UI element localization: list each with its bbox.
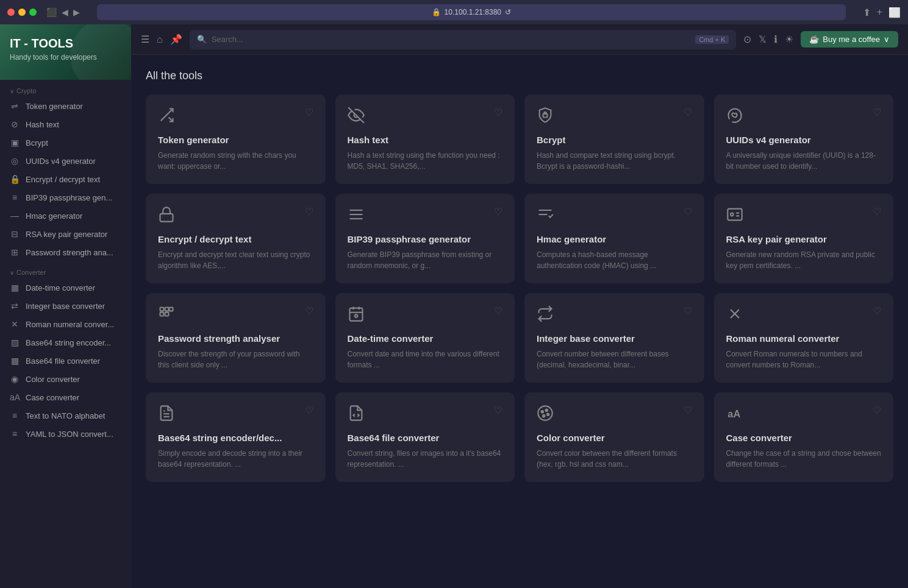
shuffle-icon: ⇌ xyxy=(10,101,20,111)
close-button[interactable] xyxy=(7,9,15,16)
favorite-icon[interactable]: ♡ xyxy=(494,405,502,416)
sidebar-item-date-time[interactable]: ▦ Date-time converter xyxy=(0,278,131,297)
svg-rect-13 xyxy=(170,308,173,311)
tool-title: Base64 file converter xyxy=(348,433,503,443)
sidebar-item-integer-base[interactable]: ⇄ Integer base converter xyxy=(0,297,131,315)
tool-card-header: ♡ xyxy=(726,305,882,326)
favorite-icon[interactable]: ♡ xyxy=(305,107,313,118)
sidebar-item-color-converter[interactable]: ◉ Color converter xyxy=(0,370,131,388)
tool-card-rsa-key[interactable]: ♡ RSA key pair generator Generate new ra… xyxy=(714,194,894,283)
back-icon[interactable]: ◀ xyxy=(62,7,68,17)
share-icon[interactable]: ⬆ xyxy=(863,7,871,18)
menu-icon[interactable]: ☰ xyxy=(141,34,149,45)
svg-rect-11 xyxy=(160,308,164,311)
tool-card-roman-numeral[interactable]: ♡ Roman numeral converter Convert Roman … xyxy=(714,293,894,383)
search-kbd: Cmd + K xyxy=(695,35,729,44)
favorite-icon[interactable]: ♡ xyxy=(873,405,881,416)
windows-icon[interactable]: ⬜ xyxy=(888,7,901,18)
tool-card-uuids-v4[interactable]: ♡ UUIDs v4 generator A universally uniqu… xyxy=(714,94,894,184)
case-icon: aA xyxy=(10,392,20,402)
github-icon[interactable]: ⊙ xyxy=(743,34,751,45)
twitter-icon[interactable]: 𝕏 xyxy=(759,34,767,45)
tool-card-encrypt-decrypt[interactable]: ♡ Encrypt / decrypt text Encrypt and dec… xyxy=(146,194,326,283)
tool-card-password-strength[interactable]: ♡ Password strength analyser Discover th… xyxy=(146,293,326,383)
favorite-icon[interactable]: ♡ xyxy=(305,405,313,416)
sidebar-item-rsa-key[interactable]: ⊟ RSA key pair generator xyxy=(0,225,131,243)
sidebar-item-bcrypt[interactable]: ▣ Bcrypt xyxy=(0,133,131,152)
minimize-button[interactable] xyxy=(18,9,26,16)
tool-card-header: ♡ xyxy=(537,206,692,227)
theme-icon[interactable]: ☀ xyxy=(785,34,793,45)
tool-card-header: ♡ xyxy=(348,405,503,425)
sidebar-item-bip39[interactable]: ≡ BIP39 passphrase gen... xyxy=(0,188,131,207)
url-bar[interactable]: 🔒 10.100.1.21:8380 ↺ xyxy=(97,4,846,20)
favorite-icon[interactable]: ♡ xyxy=(684,206,692,218)
maximize-button[interactable] xyxy=(29,9,37,16)
password-strength-icon xyxy=(158,305,175,326)
svg-point-27 xyxy=(546,409,548,412)
tool-title: BIP39 passphrase generator xyxy=(348,234,503,244)
arrows-lr-icon xyxy=(537,305,554,326)
content: ☰ ⌂ 📌 🔍 Cmd + K ⊙ 𝕏 ℹ ☀ ☕ Buy me a coffe… xyxy=(131,24,908,588)
eye-slash-icon xyxy=(348,107,365,127)
favorite-icon[interactable]: ♡ xyxy=(873,305,881,317)
favorite-icon[interactable]: ♡ xyxy=(494,206,502,218)
tool-card-date-time[interactable]: ♡ Date-time converter Convert date and t… xyxy=(335,293,515,383)
favorite-icon[interactable]: ♡ xyxy=(873,206,881,218)
forward-icon[interactable]: ▶ xyxy=(73,7,80,17)
section-label-converter[interactable]: Converter xyxy=(0,261,131,278)
sidebar-item-yaml-json[interactable]: ≡ YAML to JSON convert... xyxy=(0,425,131,443)
sidebar-item-label: RSA key pair generator xyxy=(26,230,107,239)
file-text-icon: ▨ xyxy=(10,338,20,347)
lock-icon: 🔒 xyxy=(10,174,20,184)
info-icon[interactable]: ℹ xyxy=(774,34,778,45)
sidebar-item-token-generator[interactable]: ⇌ Token generator xyxy=(0,97,131,115)
sidebar-item-case-converter[interactable]: aA Case converter xyxy=(0,388,131,406)
search-input[interactable] xyxy=(212,35,691,44)
fingerprint-icon xyxy=(726,107,743,127)
sidebar-item-base64-string[interactable]: ▨ Base64 string encoder... xyxy=(0,333,131,352)
favorite-icon[interactable]: ♡ xyxy=(873,107,881,118)
favorite-icon[interactable]: ♡ xyxy=(684,405,692,416)
home-icon[interactable]: ⌂ xyxy=(157,34,163,45)
buy-coffee-button[interactable]: ☕ Buy me a coffee ∨ xyxy=(801,31,898,48)
tool-desc: Convert string, files or images into a i… xyxy=(348,448,503,470)
shield-icon: ▣ xyxy=(10,138,20,147)
favorite-icon[interactable]: ♡ xyxy=(494,107,502,118)
tool-card-bcrypt[interactable]: ♡ Bcrypt Hash and compare text string us… xyxy=(524,94,704,184)
tool-card-hmac[interactable]: ♡ Hmac generator Computes a hash-based m… xyxy=(524,194,704,283)
tool-card-base64-string[interactable]: ♡ Base64 string encoder/dec... Simply en… xyxy=(146,392,326,482)
pin-icon[interactable]: 📌 xyxy=(170,34,182,45)
sidebar-item-label: Password strength ana... xyxy=(26,248,113,257)
tool-title: Roman numeral converter xyxy=(726,333,882,344)
sidebar-item-roman-numeral[interactable]: ✕ Roman numeral conver... xyxy=(0,315,131,333)
sidebar-item-uuids-v4[interactable]: ◎ UUIDs v4 generator xyxy=(0,152,131,170)
tool-card-base64-file[interactable]: ♡ Base64 file converter Convert string, … xyxy=(335,392,515,482)
sidebar-item-hash-text[interactable]: ⊘ Hash text xyxy=(0,115,131,133)
sidebar-item-hmac[interactable]: — Hmac generator xyxy=(0,207,131,225)
tool-card-hash-text[interactable]: ♡ Hash text Hash a text string using the… xyxy=(335,94,515,184)
favorite-icon[interactable]: ♡ xyxy=(494,305,502,317)
section-label-crypto[interactable]: Crypto xyxy=(0,80,131,97)
favorite-icon[interactable]: ♡ xyxy=(305,305,313,317)
sidebar-item-base64-file[interactable]: ▩ Base64 file converter xyxy=(0,352,131,370)
search-bar[interactable]: 🔍 Cmd + K xyxy=(190,30,737,49)
tool-card-bip39[interactable]: ♡ BIP39 passphrase generator Generate BI… xyxy=(335,194,515,283)
sidebar-item-password-strength[interactable]: ⊞ Password strength ana... xyxy=(0,243,131,261)
sidebar-item-nato-alphabet[interactable]: ≡ Text to NATO alphabet xyxy=(0,406,131,425)
nato-icon: ≡ xyxy=(10,411,20,420)
tool-card-case-converter[interactable]: aA ♡ Case converter Change the case of a… xyxy=(714,392,894,482)
tool-desc: Hash a text string using the function yo… xyxy=(348,150,503,172)
sidebar-item-encrypt-decrypt[interactable]: 🔒 Encrypt / decrypt text xyxy=(0,170,131,188)
tool-title: Case converter xyxy=(726,433,882,443)
favorite-icon[interactable]: ♡ xyxy=(305,206,313,218)
palette-icon: ◉ xyxy=(10,374,20,384)
tool-card-integer-base[interactable]: ♡ Integer base converter Convert number … xyxy=(524,293,704,383)
tool-card-token-generator[interactable]: ♡ Token generator Generate random string… xyxy=(146,94,326,184)
new-tab-icon[interactable]: + xyxy=(877,7,882,18)
favorite-icon[interactable]: ♡ xyxy=(684,107,692,118)
sidebar-toggle-icon[interactable]: ⬛ xyxy=(46,7,57,17)
reload-icon[interactable]: ↺ xyxy=(505,8,511,16)
tool-card-color-converter[interactable]: ♡ Color converter Convert color between … xyxy=(524,392,704,482)
favorite-icon[interactable]: ♡ xyxy=(684,305,692,317)
